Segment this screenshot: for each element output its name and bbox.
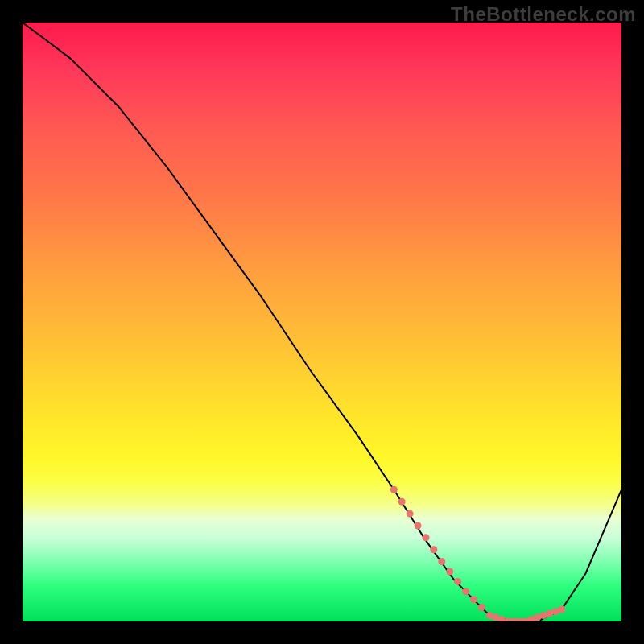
highlight-dot xyxy=(407,510,414,518)
highlight-dot xyxy=(438,558,445,565)
highlight-dot xyxy=(446,568,453,576)
watermark-text: TheBottleneck.com xyxy=(451,3,636,26)
plot-area xyxy=(23,23,621,621)
highlight-dot xyxy=(478,604,485,611)
highlight-dot xyxy=(462,588,469,595)
highlight-dot xyxy=(423,534,430,541)
chart-frame: TheBottleneck.com xyxy=(0,0,644,644)
highlight-dot xyxy=(398,498,406,506)
series-main-curve xyxy=(23,23,621,621)
chart-svg xyxy=(23,23,621,621)
series-layer xyxy=(23,23,621,621)
highlight-dot xyxy=(558,606,565,613)
highlight-dot xyxy=(470,596,477,603)
highlight-dot xyxy=(454,578,461,585)
highlight-dot xyxy=(390,486,398,493)
highlight-dot xyxy=(415,522,422,530)
highlight-dot xyxy=(430,546,437,553)
